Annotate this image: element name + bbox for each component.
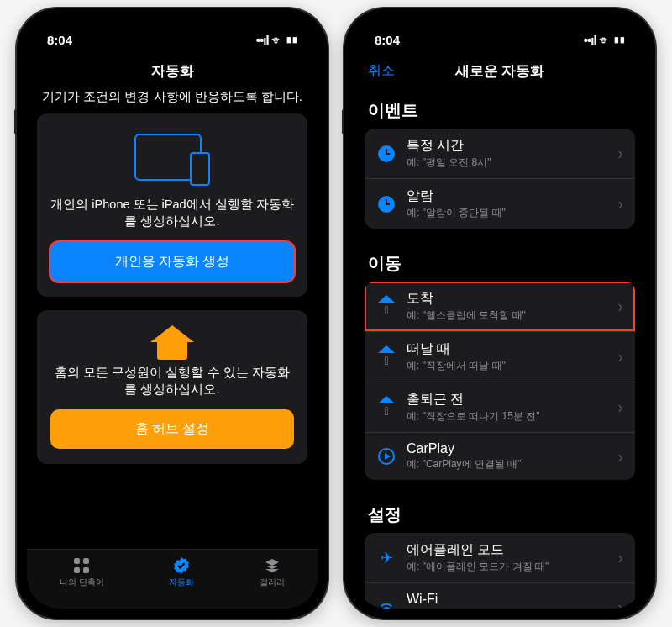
check-badge-icon <box>171 556 192 575</box>
page-title: 새로운 자동화 <box>455 61 545 81</box>
status-time: 8:04 <box>375 33 400 47</box>
phone-right: 8:04 ••ıl ᯤ ▮▮ 취소 새로운 자동화 이벤트 특정 시간 예: "… <box>344 8 655 619</box>
status-indicators: ••ıl ᯤ ▮▮ <box>584 33 625 47</box>
chevron-right-icon: › <box>617 297 623 316</box>
carplay-icon <box>376 446 396 466</box>
personal-card-description: 개인의 iPhone 또는 iPad에서 실행할 자동화를 생성하십시오. <box>50 196 294 230</box>
tab-bar: 나의 단축어 자동화 갤러리 <box>27 549 318 609</box>
svg-rect-3 <box>83 567 89 573</box>
alarm-icon <box>376 194 396 214</box>
home-icon <box>50 330 294 340</box>
grid-icon <box>71 556 92 575</box>
home-automation-card: 홈의 모든 구성원이 실행할 수 있는 자동화를 생성하십시오. 홈 허브 설정 <box>37 310 307 465</box>
chevron-right-icon: › <box>617 598 623 609</box>
row-subtitle: 예: "CarPlay에 연결될 때" <box>407 457 607 472</box>
tab-label: 나의 단축어 <box>60 577 104 588</box>
row-alarm[interactable]: 알람 예: "알람이 중단될 때" › <box>365 179 635 229</box>
section-header-event: 이벤트 <box>365 89 635 129</box>
status-indicators: ••ıl ᯤ ▮▮ <box>256 33 297 47</box>
row-before-commute[interactable]: 𓀟 출퇴근 전 예: "직장으로 떠나기 15분 전" › <box>365 382 635 433</box>
personal-automation-card: 개인의 iPhone 또는 iPad에서 실행할 자동화를 생성하십시오. 개인… <box>37 113 307 297</box>
row-subtitle: 예: "iPhone이 홈 Wi-Fi에 연결될 때" <box>407 608 607 609</box>
page-title: 자동화 <box>151 61 194 81</box>
tab-label: 자동화 <box>169 577 194 588</box>
row-leave[interactable]: 𓀟 떠날 때 예: "직장에서 떠날 때" › <box>365 332 635 382</box>
svg-rect-1 <box>83 558 89 564</box>
notch <box>101 8 244 30</box>
arrive-icon: 𓀟 <box>376 297 396 317</box>
row-title: 알람 <box>407 187 607 205</box>
row-time-of-day[interactable]: 특정 시간 예: "평일 오전 8시" › <box>365 129 635 179</box>
tab-shortcuts[interactable]: 나의 단축어 <box>60 556 104 588</box>
content-right[interactable]: 이벤트 특정 시간 예: "평일 오전 8시" › 알람 예: "알람이 중단될… <box>354 89 645 609</box>
row-title: 도착 <box>407 290 607 308</box>
layers-icon <box>261 556 283 575</box>
cancel-button[interactable]: 취소 <box>368 62 395 80</box>
status-time: 8:04 <box>47 33 72 47</box>
nav-bar: 취소 새로운 자동화 <box>354 52 645 89</box>
row-carplay[interactable]: CarPlay 예: "CarPlay에 연결될 때" › <box>365 433 635 480</box>
screen-left: 8:04 ••ıl ᯤ ▮▮ 자동화 기기가 조건의 변경 사항에 반응하도록 … <box>27 18 318 609</box>
home-card-description: 홈의 모든 구성원이 실행할 수 있는 자동화를 생성하십시오. <box>50 364 294 398</box>
screen-right: 8:04 ••ıl ᯤ ▮▮ 취소 새로운 자동화 이벤트 특정 시간 예: "… <box>354 18 645 609</box>
chevron-right-icon: › <box>617 194 623 213</box>
settings-list: ✈ 에어플레인 모드 예: "에어플레인 모드가 켜질 때" › Wi-Fi 예… <box>365 533 635 609</box>
chevron-right-icon: › <box>617 144 623 163</box>
notch <box>428 8 571 30</box>
tab-label: 갤러리 <box>260 577 285 588</box>
event-list: 특정 시간 예: "평일 오전 8시" › 알람 예: "알람이 중단될 때" … <box>365 129 635 229</box>
page-subtitle: 기기가 조건의 변경 사항에 반응하도록 합니다. <box>37 89 307 113</box>
row-subtitle: 예: "알람이 중단될 때" <box>407 206 607 220</box>
setup-home-hub-button[interactable]: 홈 허브 설정 <box>50 409 294 449</box>
movement-list: 𓀟 도착 예: "헬스클럽에 도착할 때" › 𓀟 떠날 때 <box>365 282 635 480</box>
content-left[interactable]: 기기가 조건의 변경 사항에 반응하도록 합니다. 개인의 iPhone 또는 … <box>27 89 318 549</box>
row-title: CarPlay <box>407 441 607 456</box>
chevron-right-icon: › <box>617 548 623 567</box>
row-title: 출퇴근 전 <box>407 391 607 408</box>
nav-bar: 자동화 <box>27 52 318 89</box>
row-subtitle: 예: "직장으로 떠나기 15분 전" <box>407 409 607 424</box>
section-header-movement: 이동 <box>365 242 635 282</box>
section-header-settings: 설정 <box>365 493 635 533</box>
row-title: 에어플레인 모드 <box>407 541 607 559</box>
row-title: 특정 시간 <box>407 137 607 155</box>
chevron-right-icon: › <box>617 347 623 366</box>
row-title: Wi-Fi <box>407 592 607 607</box>
airplane-icon: ✈ <box>376 548 396 568</box>
row-subtitle: 예: "헬스클럽에 도착할 때" <box>407 308 607 323</box>
leave-icon: 𓀟 <box>376 347 396 367</box>
row-subtitle: 예: "에어플레인 모드가 켜질 때" <box>407 560 607 574</box>
phone-left: 8:04 ••ıl ᯤ ▮▮ 자동화 기기가 조건의 변경 사항에 반응하도록 … <box>17 8 328 619</box>
row-subtitle: 예: "직장에서 떠날 때" <box>407 359 607 373</box>
wifi-icon <box>376 597 396 609</box>
row-arrive[interactable]: 𓀟 도착 예: "헬스클럽에 도착할 때" › <box>365 282 635 332</box>
row-title: 떠날 때 <box>407 340 607 358</box>
tab-gallery[interactable]: 갤러리 <box>260 556 285 588</box>
chevron-right-icon: › <box>617 398 623 417</box>
clock-icon <box>376 144 396 164</box>
devices-icon <box>50 134 294 184</box>
row-wifi[interactable]: Wi-Fi 예: "iPhone이 홈 Wi-Fi에 연결될 때" › <box>365 583 635 609</box>
commute-icon: 𓀟 <box>376 398 396 418</box>
row-subtitle: 예: "평일 오전 8시" <box>407 155 607 170</box>
svg-rect-0 <box>74 558 80 564</box>
svg-rect-2 <box>74 567 80 573</box>
create-personal-automation-button[interactable]: 개인용 자동화 생성 <box>50 242 294 282</box>
chevron-right-icon: › <box>617 447 623 466</box>
tab-automation[interactable]: 자동화 <box>169 556 194 588</box>
row-airplane-mode[interactable]: ✈ 에어플레인 모드 예: "에어플레인 모드가 켜질 때" › <box>365 533 635 583</box>
